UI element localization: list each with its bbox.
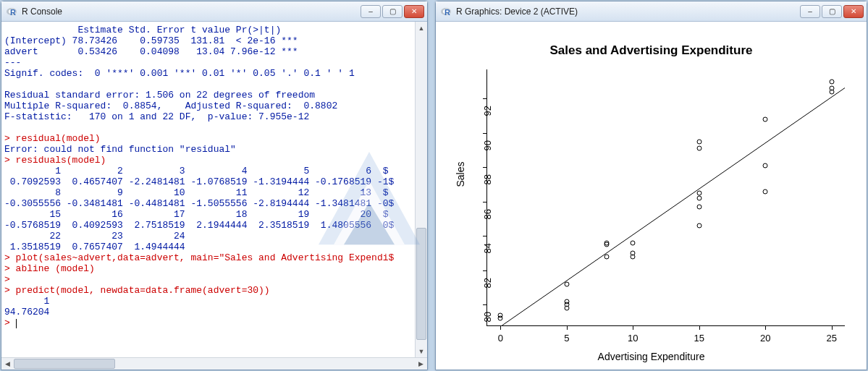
r-icon: R	[6, 6, 17, 17]
y-tick-label: 82	[482, 270, 493, 288]
y-tick-label: 92	[482, 98, 493, 116]
console-vscrollbar[interactable]: ▲ ▼	[415, 22, 427, 357]
data-point	[763, 163, 768, 169]
data-point	[604, 254, 609, 259]
minimize-button[interactable]: –	[800, 5, 820, 18]
minimize-button[interactable]: –	[361, 5, 381, 18]
console-hscrollbar[interactable]: ◀ ▶	[1, 357, 427, 370]
data-point	[763, 116, 768, 121]
y-axis-label: Sales	[447, 22, 473, 326]
y-tick-label: 84	[482, 236, 493, 253]
data-point	[696, 196, 701, 201]
y-tick-label: 86	[482, 202, 493, 219]
r-console-window: R R Console – ▢ ✕ Estimate Std. Error t …	[1, 1, 428, 370]
data-point	[498, 316, 503, 321]
data-point	[696, 146, 701, 151]
data-point	[829, 86, 834, 91]
svg-line-9	[502, 88, 845, 325]
data-point	[696, 191, 701, 196]
maximize-button[interactable]: ▢	[822, 5, 842, 18]
console-output[interactable]: Estimate Std. Error t value Pr(>|t|) (In…	[1, 22, 415, 357]
data-point	[696, 223, 701, 229]
svg-text:R: R	[444, 8, 450, 17]
chart-title: Sales and Advertising Expenditure	[436, 43, 867, 58]
plot-area: 808284868890920510152025	[486, 69, 845, 326]
data-point	[829, 79, 834, 84]
r-graphics-window: R R Graphics: Device 2 (ACTIVE) – ▢ ✕ Sa…	[435, 1, 867, 370]
close-button[interactable]: ✕	[404, 5, 424, 18]
console-titlebar[interactable]: R R Console – ▢ ✕	[1, 1, 427, 22]
scroll-right-icon[interactable]: ▶	[415, 359, 427, 370]
x-axis-label: Advertising Expenditure	[436, 351, 867, 362]
data-point	[763, 189, 768, 194]
plot-canvas: Sales and Advertising Expenditure Sales …	[436, 22, 867, 370]
regression-line	[487, 69, 845, 325]
data-point	[696, 139, 701, 144]
data-point	[696, 205, 701, 210]
maximize-button[interactable]: ▢	[382, 5, 403, 18]
graphics-title: R Graphics: Device 2 (ACTIVE)	[456, 7, 800, 17]
r-icon: R	[440, 6, 452, 17]
graphics-titlebar[interactable]: R R Graphics: Device 2 (ACTIVE) – ▢ ✕	[436, 1, 867, 22]
scroll-up-icon[interactable]: ▲	[416, 22, 427, 34]
scroll-down-icon[interactable]: ▼	[416, 345, 427, 357]
data-point	[564, 281, 569, 286]
scroll-left-icon[interactable]: ◀	[1, 359, 14, 370]
svg-text:R: R	[10, 8, 16, 17]
y-tick-label: 80	[482, 304, 493, 322]
data-point	[631, 240, 636, 245]
data-point	[631, 254, 636, 259]
scroll-thumb[interactable]	[416, 228, 426, 340]
y-tick-label: 88	[482, 167, 493, 184]
y-tick-label: 90	[482, 133, 493, 150]
console-title: R Console	[22, 7, 361, 17]
close-button[interactable]: ✕	[843, 5, 864, 18]
hscroll-thumb[interactable]	[14, 359, 115, 369]
data-point	[604, 240, 609, 245]
data-point	[564, 306, 569, 311]
